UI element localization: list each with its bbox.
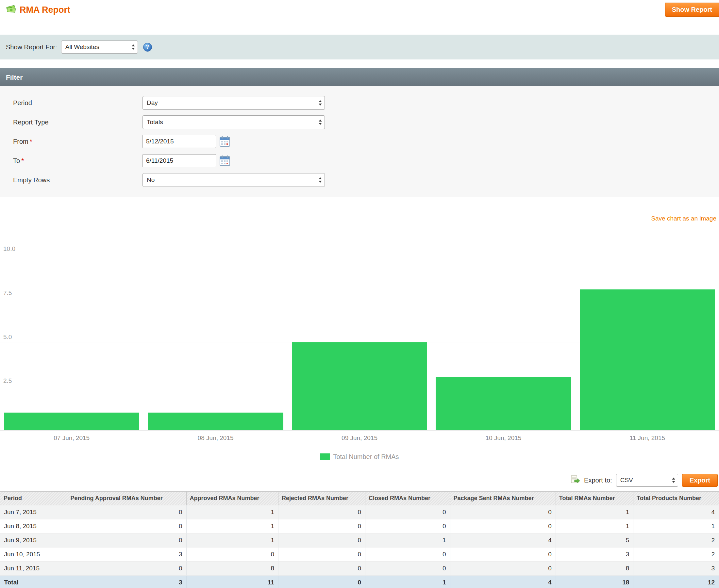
website-select-value: All Websites [65,43,99,50]
legend-swatch-icon [320,454,330,460]
x-axis-label: 11 Jun, 2015 [580,435,715,442]
chart-bar-column [292,254,427,430]
value-cell: 5 [556,533,633,547]
to-date-input[interactable] [143,154,216,167]
x-axis-label: 07 Jun, 2015 [4,435,139,442]
export-to-label: Export to: [584,477,612,484]
value-cell: 0 [279,562,365,575]
value-cell: 0 [279,547,365,562]
total-value-cell: 3 [67,575,186,588]
value-cell: 0 [67,519,186,533]
table-header-row: PeriodPending Approval RMAs NumberApprov… [0,491,719,505]
value-cell: 0 [365,562,450,575]
value-cell: 0 [450,562,556,575]
column-header: Total RMAs Number [556,491,633,505]
value-cell: 1 [186,533,278,547]
select-arrows-icon [316,118,322,126]
export-format-select[interactable]: CSV [616,474,678,487]
show-report-button[interactable]: Show Report [665,3,719,17]
required-asterisk: * [21,157,24,164]
value-cell: 0 [279,519,365,533]
column-header: Package Sent RMAs Number [450,491,556,505]
chart-bars [0,254,719,430]
value-cell: 0 [450,547,556,562]
show-report-for-label: Show Report For: [6,43,57,51]
value-cell: 0 [365,505,450,519]
export-button[interactable]: Export [682,474,718,487]
filter-panel-header: Filter [0,68,719,86]
total-value-cell: 11 [186,575,278,588]
report-type-select[interactable]: Totals [143,115,325,129]
value-cell: 3 [556,547,633,562]
filter-panel-body: Period Day Report Type Totals From* [0,86,719,197]
to-label: To* [13,157,143,165]
total-label-cell: Total [0,575,67,588]
x-axis-label: 08 Jun, 2015 [148,435,283,442]
table-total-row: Total3110141812 [0,575,719,588]
column-header: Approved RMAs Number [186,491,278,505]
chart-bar-column [436,254,571,430]
rma-report-icon [6,5,16,15]
page-header: RMA Report Show Report [0,0,719,20]
table-row: Jun 7, 20150100014 [0,505,719,519]
total-value-cell: 4 [450,575,556,588]
value-cell: 3 [633,562,719,575]
table-row: Jun 9, 20150101452 [0,533,719,547]
chart-bar [292,342,427,430]
page-title-wrap: RMA Report [6,2,70,15]
table-row: Jun 10, 20153000032 [0,547,719,562]
chart-bar-column [580,254,715,430]
value-cell: 1 [633,519,719,533]
export-icon [570,475,580,485]
value-cell: 8 [186,562,278,575]
help-icon[interactable]: ? [143,43,152,51]
value-cell: 1 [186,519,278,533]
rma-bar-chart: 10.07.55.02.5 [0,254,719,430]
chart-bar [148,413,283,430]
value-cell: 0 [365,519,450,533]
chart-bar [4,413,139,430]
field-row-period: Period Day [13,96,719,110]
value-cell: 0 [279,533,365,547]
website-select[interactable]: All Websites [61,41,138,54]
chart-bar-column [4,254,139,430]
y-axis-tick-label: 10.0 [3,245,15,253]
chart-legend: Total Number of RMAs [0,452,719,461]
total-value-cell: 18 [556,575,633,588]
field-row-report-type: Report Type Totals [13,115,719,129]
table-row: Jun 8, 20150100011 [0,519,719,533]
value-cell: 0 [450,505,556,519]
save-chart-link[interactable]: Save chart as an image [651,215,716,222]
chart-bar [580,289,715,430]
report-type-label: Report Type [13,119,143,126]
select-arrows-icon [129,43,135,51]
column-header: Period [0,491,67,505]
period-select[interactable]: Day [143,96,325,110]
period-cell: Jun 9, 2015 [0,533,67,547]
total-value-cell: 0 [279,575,365,588]
x-axis-label: 09 Jun, 2015 [292,435,427,442]
value-cell: 4 [450,533,556,547]
value-cell: 4 [633,505,719,519]
period-label: Period [13,99,143,107]
required-asterisk: * [30,138,32,145]
empty-rows-label: Empty Rows [13,176,143,184]
period-cell: Jun 11, 2015 [0,562,67,575]
period-cell: Jun 8, 2015 [0,519,67,533]
select-arrows-icon [316,99,322,107]
value-cell: 0 [186,547,278,562]
column-header: Closed RMAs Number [365,491,450,505]
column-header: Rejected RMAs Number [279,491,365,505]
value-cell: 1 [556,505,633,519]
field-row-empty-rows: Empty Rows No [13,173,719,187]
empty-rows-select[interactable]: No [143,173,325,187]
calendar-icon[interactable] [219,136,230,147]
field-row-from: From* [13,134,719,148]
page-title: RMA Report [20,5,70,15]
from-date-input[interactable] [143,135,216,148]
calendar-icon[interactable] [219,155,230,166]
value-cell: 0 [67,562,186,575]
value-cell: 2 [633,547,719,562]
chart-bar-column [148,254,283,430]
table-row: Jun 11, 20150800083 [0,562,719,575]
